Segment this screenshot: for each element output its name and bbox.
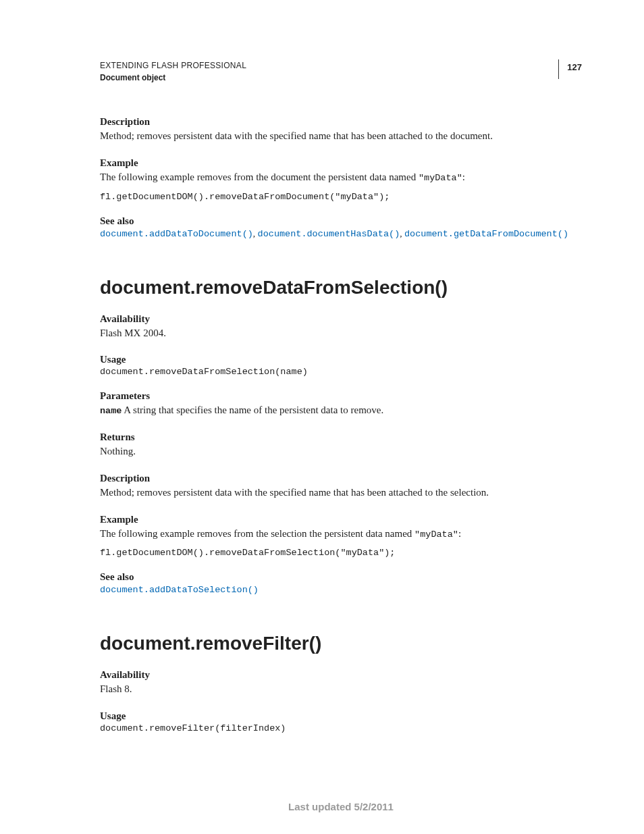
chapter-title: Document object	[100, 72, 246, 84]
page-header: EXTENDING FLASH PROFESSIONAL Document ob…	[100, 59, 582, 84]
availability-text: Flash MX 2004.	[100, 326, 582, 341]
method-heading-remove-filter: document.removeFilter()	[100, 633, 582, 654]
description-text: Method; removes persistent data with the…	[100, 129, 582, 144]
parameters-label: Parameters	[100, 390, 582, 402]
returns-text: Nothing.	[100, 444, 582, 459]
availability-label-3: Availability	[100, 669, 582, 681]
seealso-links: document.addDataToDocument(), document.d…	[100, 228, 582, 239]
example-intro-text-a: The following example removes from the d…	[100, 172, 419, 182]
usage-label: Usage	[100, 354, 582, 365]
example-code: fl.getDocumentDOM().removeDataFromDocume…	[100, 192, 582, 202]
description-label-2: Description	[100, 473, 582, 484]
page-number: 127	[558, 59, 582, 79]
example-intro-text-2b: :	[458, 528, 461, 539]
link-document-has-data[interactable]: document.documentHasData()	[258, 229, 400, 239]
example-code-2: fl.getDocumentDOM().removeDataFromSelect…	[100, 548, 582, 558]
example-intro-2: The following example removes from the s…	[100, 527, 582, 542]
usage-code: document.removeDataFromSelection(name)	[100, 367, 582, 377]
parameter-row: name A string that specifies the name of…	[100, 403, 582, 418]
usage-code-3: document.removeFilter(filterIndex)	[100, 723, 582, 733]
example-label: Example	[100, 157, 582, 169]
param-text: A string that specifies the name of the …	[122, 405, 383, 415]
example-intro-code: "myData"	[419, 173, 462, 183]
usage-label-3: Usage	[100, 710, 582, 722]
link-get-data-from-document[interactable]: document.getDataFromDocument()	[404, 229, 568, 239]
example-intro-text-b: :	[462, 172, 465, 182]
book-title: EXTENDING FLASH PROFESSIONAL	[100, 59, 246, 72]
description-label: Description	[100, 116, 582, 128]
example-intro-text-2a: The following example removes from the s…	[100, 528, 414, 539]
example-intro: The following example removes from the d…	[100, 170, 582, 185]
availability-label: Availability	[100, 313, 582, 325]
seealso-label-2: See also	[100, 571, 582, 583]
description-text-2: Method; removes persistent data with the…	[100, 486, 582, 500]
availability-text-3: Flash 8.	[100, 682, 582, 697]
param-name: name	[100, 406, 122, 416]
example-intro-code-2: "myData"	[414, 529, 458, 540]
footer-last-updated: Last updated 5/2/2011	[100, 801, 582, 812]
returns-label: Returns	[100, 432, 582, 443]
seealso-label: See also	[100, 215, 582, 227]
link-add-data-to-selection[interactable]: document.addDataToSelection()	[100, 585, 259, 595]
seealso-links-2: document.addDataToSelection()	[100, 584, 582, 595]
link-add-data-to-document[interactable]: document.addDataToDocument()	[100, 229, 253, 239]
method-heading-remove-data-from-selection: document.removeDataFromSelection()	[100, 277, 582, 298]
example-label-2: Example	[100, 514, 582, 525]
header-left: EXTENDING FLASH PROFESSIONAL Document ob…	[100, 59, 246, 84]
